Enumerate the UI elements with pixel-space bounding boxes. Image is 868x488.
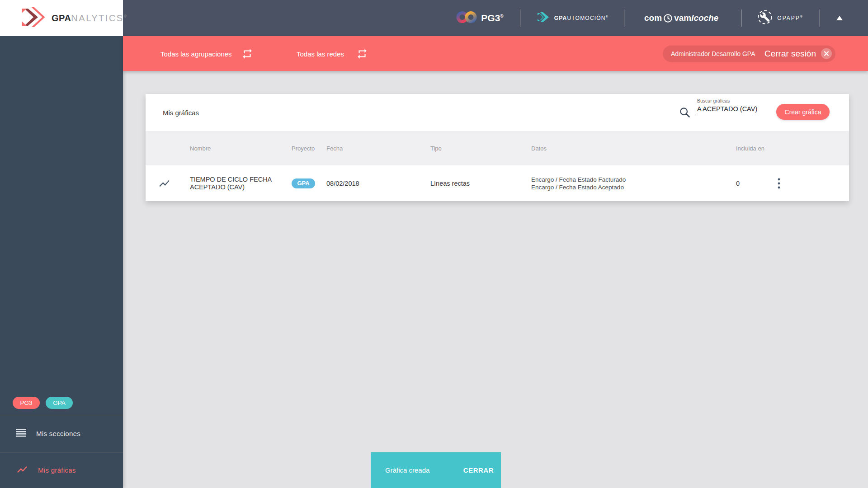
project-cell: GPA — [292, 178, 315, 188]
header-divider — [741, 9, 741, 27]
session-pill: Administrador Desarrollo GPA Cerrar sesi… — [663, 45, 835, 62]
card-header: Mis gráficas Buscar gráficas A ACEPTADO … — [146, 94, 849, 131]
column-header-tipo: Tipo — [430, 145, 442, 152]
groupings-swap-icon[interactable] — [241, 48, 253, 60]
column-header-incluida-en: Incluida en — [736, 145, 764, 152]
sections-menu-icon — [16, 429, 26, 439]
line-chart-icon — [158, 177, 170, 189]
date-cell: 08/02/2018 — [326, 180, 359, 187]
pg3-label: PG3® — [481, 13, 503, 23]
sidebar-item-mis-secciones[interactable]: Mis secciones — [0, 415, 123, 452]
toast-close-button[interactable]: CERRAR — [463, 466, 494, 474]
gpapp-label: GPAPP® — [777, 15, 803, 21]
groupings-filter-label: Todas las agrupaciones — [160, 50, 232, 57]
column-header-fecha: Fecha — [326, 145, 343, 152]
pg3-app-link[interactable]: PG3® — [456, 10, 503, 26]
gpapp-wrench-icon — [757, 9, 773, 27]
search-input-label: Buscar gráficas — [697, 98, 756, 103]
gpanalytics-logo: GPANALYTICS® — [0, 0, 123, 36]
search-icon[interactable] — [679, 107, 691, 119]
toast-message: Gráfica creada — [385, 466, 429, 474]
header-divider — [624, 9, 624, 27]
row-menu-kebab-icon[interactable] — [775, 176, 783, 191]
sidebar-badges: PG3 GPA — [13, 397, 73, 409]
project-badge: GPA — [292, 178, 315, 188]
current-user-label: Administrador Desarrollo GPA — [671, 50, 755, 57]
sidebar-badge-gpa[interactable]: GPA — [46, 397, 73, 409]
chart-type-cell: Líneas rectas — [430, 180, 470, 187]
search-input-value: A ACEPTADO (CAV) — [697, 105, 757, 113]
filter-bar: Todas las agrupaciones Todas las redes A… — [123, 36, 868, 71]
table-header-row: Nombre Proyecto Fecha Tipo Datos Incluid… — [146, 131, 849, 165]
collapse-header-caret-icon[interactable] — [836, 16, 843, 20]
app-header: PG3® GPAUTOMOCIÓN® com — [0, 0, 868, 36]
included-in-cell: 0 — [736, 180, 740, 187]
gpautomocion-label: GPAUTOMOCIÓN® — [554, 15, 609, 21]
gpautomocion-app-link[interactable]: GPAUTOMOCIÓN® — [537, 11, 609, 25]
table-row[interactable]: TIEMPO DE CICLO FECHA ACEPTADO (CAV) GPA… — [146, 165, 849, 201]
gpanalytics-arrow-icon — [21, 6, 47, 30]
chart-name-cell: TIEMPO DE CICLO FECHA ACEPTADO (CAV) — [190, 176, 272, 191]
comovamicoche-app-link[interactable]: com vamicoche — [644, 13, 718, 23]
search-input[interactable]: Buscar gráficas A ACEPTADO (CAV) — [697, 98, 756, 115]
header-app-links: PG3® GPAUTOMOCIÓN® com — [456, 0, 843, 36]
logout-close-icon[interactable] — [821, 48, 832, 60]
data-series-cell: Encargo / Fecha Estado Facturado Encargo… — [531, 176, 626, 191]
pg3-infinity-icon — [456, 10, 477, 26]
networks-filter-label: Todas las redes — [297, 50, 344, 57]
line-chart-icon — [16, 464, 28, 477]
sidebar-item-label: Mis secciones — [36, 430, 80, 437]
gpautomocion-arrow-icon — [537, 11, 550, 25]
comovamicoche-label: com vamicoche — [644, 13, 718, 23]
column-header-datos: Datos — [531, 145, 547, 152]
sidebar-item-mis-graficas[interactable]: Mis gráficas — [0, 452, 123, 488]
gpanalytics-wordmark: GPANALYTICS® — [52, 13, 127, 23]
header-divider — [820, 9, 820, 27]
sidebar: PG3 GPA Mis secciones Mis gráficas — [0, 36, 123, 488]
charts-card: Mis gráficas Buscar gráficas A ACEPTADO … — [146, 94, 849, 201]
column-header-nombre: Nombre — [190, 145, 211, 152]
clock-icon — [663, 14, 673, 23]
sidebar-badge-pg3[interactable]: PG3 — [13, 397, 40, 409]
gpapp-app-link[interactable]: GPAPP® — [757, 9, 803, 27]
logout-button[interactable]: Cerrar sesión — [764, 49, 816, 59]
networks-swap-icon[interactable] — [356, 48, 368, 60]
header-divider — [520, 9, 520, 27]
sidebar-item-label: Mis gráficas — [38, 466, 76, 474]
snackbar-toast: Gráfica creada CERRAR — [371, 452, 501, 488]
app-screen: PG3® GPAUTOMOCIÓN® com — [0, 0, 868, 488]
page-title: Mis gráficas — [163, 109, 199, 117]
column-header-proyecto: Proyecto — [292, 145, 315, 152]
create-chart-button[interactable]: Crear gráfica — [776, 104, 830, 120]
